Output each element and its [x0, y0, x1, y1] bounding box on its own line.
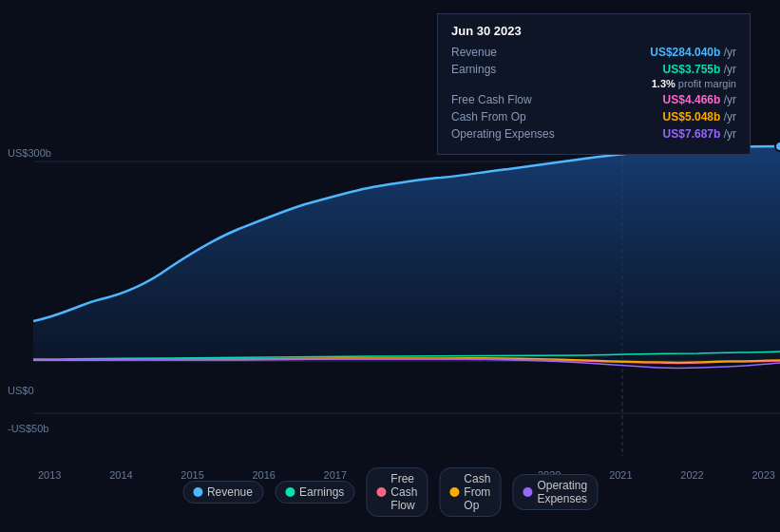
tooltip-date: Jun 30 2023 [451, 24, 736, 38]
tooltip-fcf-value: US$4.466b /yr [663, 93, 736, 106]
legend-cfo-label: Cash From Op [464, 472, 490, 512]
tooltip-opex-value: US$7.687b /yr [663, 127, 736, 141]
legend-earnings-dot [285, 487, 295, 497]
legend-revenue[interactable]: Revenue [182, 481, 263, 504]
legend-opex[interactable]: Operating Expenses [512, 474, 598, 510]
x-label-2023: 2023 [751, 469, 774, 481]
legend-cfo[interactable]: Cash From Op [439, 467, 501, 517]
x-label-2022: 2022 [680, 469, 703, 481]
tooltip-earnings-row: Earnings US$3.755b /yr [451, 63, 736, 76]
x-label-2013: 2013 [38, 469, 61, 481]
tooltip-earnings-label: Earnings [451, 63, 496, 76]
tooltip-profit-margin: 1.3% profit margin [451, 78, 736, 89]
legend-fcf-dot [376, 487, 386, 497]
legend-revenue-label: Revenue [207, 485, 253, 499]
x-label-2014: 2014 [109, 469, 132, 481]
tooltip-earnings-value: US$3.755b /yr [663, 63, 736, 76]
tooltip-fcf-label: Free Cash Flow [451, 93, 532, 106]
x-label-2021: 2021 [609, 469, 632, 481]
legend-opex-label: Operating Expenses [537, 479, 587, 505]
tooltip-revenue-row: Revenue US$284.040b /yr [451, 46, 736, 59]
legend-earnings-label: Earnings [299, 485, 344, 499]
tooltip-opex-row: Operating Expenses US$7.687b /yr [451, 127, 736, 141]
legend-revenue-dot [193, 487, 202, 497]
legend-fcf-label: Free Cash Flow [390, 472, 417, 512]
chart-svg [33, 142, 780, 456]
chart-legend: Revenue Earnings Free Cash Flow Cash Fro… [182, 467, 598, 517]
tooltip-cfo-value: US$5.048b /yr [663, 110, 736, 124]
tooltip-cfo-label: Cash From Op [451, 110, 526, 124]
legend-opex-dot [523, 487, 532, 497]
tooltip-panel: Jun 30 2023 Revenue US$284.040b /yr Earn… [437, 13, 751, 155]
tooltip-revenue-label: Revenue [451, 46, 497, 59]
legend-cfo-dot [449, 487, 459, 497]
y-label-0: US$0 [8, 385, 34, 396]
svg-point-4 [775, 142, 780, 151]
tooltip-cfo-row: Cash From Op US$5.048b /yr [451, 110, 736, 124]
legend-earnings[interactable]: Earnings [275, 481, 354, 504]
tooltip-fcf-row: Free Cash Flow US$4.466b /yr [451, 93, 736, 106]
legend-fcf[interactable]: Free Cash Flow [366, 467, 428, 517]
chart-container: Jun 30 2023 Revenue US$284.040b /yr Earn… [0, 0, 780, 532]
tooltip-revenue-value: US$284.040b /yr [650, 46, 736, 59]
tooltip-opex-label: Operating Expenses [451, 127, 555, 141]
